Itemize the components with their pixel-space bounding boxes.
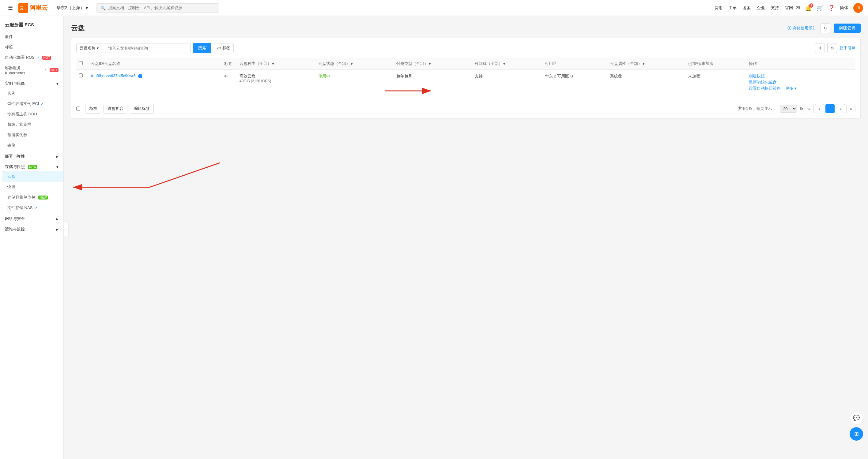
menu-button[interactable]: ☰ xyxy=(5,2,16,13)
section-deploy-label: 部署与弹性 xyxy=(5,154,25,159)
page-first-btn[interactable]: « xyxy=(805,104,814,113)
bulk-action-buttons: 释放 磁盘扩容 编辑标签 xyxy=(76,104,154,113)
nav-support[interactable]: 支持 xyxy=(771,5,779,11)
sidebar-item-k8s[interactable]: 容器服务 Kubernetes ↗ HOT xyxy=(0,63,63,78)
section-storage-label: 存储与快照 NEW xyxy=(5,164,37,169)
col-header-attr: 云盘属性（全部） ▾ xyxy=(608,58,686,70)
sidebar-item-tag[interactable]: 标签 xyxy=(0,42,63,52)
page-prev-btn[interactable]: ‹ xyxy=(815,104,824,113)
sidebar-item-event[interactable]: 事件 xyxy=(0,32,63,42)
sidebar-item-ros[interactable]: 自动化部署 ROS ↗ HOT xyxy=(0,52,63,63)
disk-name-search-input[interactable] xyxy=(105,43,190,53)
op-more-arrow: ▾ xyxy=(795,86,797,91)
sidebar-section-ops[interactable]: 运维与监控 ▸ xyxy=(0,223,63,234)
col-header-detach: 可卸载（全部） ▾ xyxy=(472,58,542,70)
bulk-expand-btn[interactable]: 磁盘扩容 xyxy=(103,104,127,113)
section-network-arrow: ▸ xyxy=(56,217,59,221)
sidebar-item-images[interactable]: 镜像 xyxy=(2,140,63,151)
filter-row: 云盘名称 ▾ 搜索 🏷 标签 ⬇ ⚙ 新手引导 xyxy=(76,43,856,53)
sidebar-section-deploy[interactable]: 部署与弹性 ▸ xyxy=(0,151,63,161)
section-instances-label: 实例与镜像 xyxy=(5,81,25,86)
sidebar-section-network[interactable]: 网络与安全 ▸ xyxy=(0,213,63,223)
sidebar-item-ddh[interactable]: 专有宿主机 DDH xyxy=(2,109,63,119)
sidebar-section-instances[interactable]: 实例与镜像 ▾ xyxy=(0,78,63,88)
bottom-select-checkbox[interactable] xyxy=(76,104,80,113)
select-all-checkbox[interactable] xyxy=(79,61,83,65)
disk-name-dropdown[interactable]: 云盘名称 ▾ xyxy=(76,43,102,53)
nav-enterprise[interactable]: 企业 xyxy=(757,5,765,11)
col-type-arrow[interactable]: ▾ xyxy=(272,62,274,66)
cart-icon[interactable]: 🛒 xyxy=(816,5,823,11)
row-tag-icon[interactable]: 🏷 xyxy=(224,73,228,78)
sidebar-item-reserved[interactable]: 预留实例券 xyxy=(2,130,63,140)
region-dropdown-icon: ▾ xyxy=(86,5,88,10)
language-label[interactable]: 简体 xyxy=(840,5,848,11)
col-detach-arrow[interactable]: ▾ xyxy=(503,62,505,66)
help-icon[interactable]: ❓ xyxy=(828,5,835,11)
per-page-select[interactable]: 20 50 100 xyxy=(780,105,797,112)
section-ops-label: 运维与监控 xyxy=(5,226,25,232)
avatar[interactable]: 用 xyxy=(853,3,863,13)
op-auto-snapshot[interactable]: 设置自动快照策略 xyxy=(749,86,781,91)
refresh-icon: ↻ xyxy=(824,26,827,31)
main-content: 云盘 ⓘ 存储使用须知 ↻ 创建云盘 云盘名称 ▾ xyxy=(64,16,868,459)
filter-right: ⬇ ⚙ 新手引导 xyxy=(815,43,856,53)
logo[interactable]: 云 阿里云 xyxy=(19,3,48,13)
sidebar-collapse-toggle[interactable]: ‹ xyxy=(64,222,69,237)
col-header-status: 云盘状态（全部） ▾ xyxy=(316,58,394,70)
guide-link[interactable]: 新手引导 xyxy=(839,45,856,51)
export-button[interactable]: ⬇ xyxy=(815,43,825,53)
circle-info-icon: ⓘ xyxy=(787,25,792,31)
search-button[interactable]: 搜索 xyxy=(193,43,211,53)
col-id-label: 云盘ID/云盘名称 xyxy=(91,61,120,66)
storage-notice-link[interactable]: ⓘ 存储使用须知 xyxy=(787,25,816,31)
col-status-label: 云盘状态（全部） xyxy=(318,61,350,66)
page-next-btn[interactable]: › xyxy=(836,104,845,113)
disk-attr: 系统盘 xyxy=(610,74,622,78)
region-selector[interactable]: 华东2（上海） ▾ xyxy=(54,4,90,12)
col-attr-arrow[interactable]: ▾ xyxy=(643,62,645,66)
op-reinitialize[interactable]: 重新初始化磁盘 xyxy=(749,79,853,85)
sidebar-item-snapshot[interactable]: 快照 xyxy=(2,182,63,192)
op-more[interactable]: 更多 ▾ xyxy=(785,86,797,91)
nav-official[interactable]: 官网 xyxy=(785,5,793,11)
sidebar-item-disk[interactable]: 云盘 xyxy=(2,171,63,182)
refresh-button[interactable]: ↻ xyxy=(820,23,830,33)
row-checkbox[interactable] xyxy=(79,73,83,77)
apps-float-button[interactable]: ⊞ xyxy=(849,427,863,440)
mail-icon[interactable]: ✉ xyxy=(796,5,800,11)
create-disk-button[interactable]: 创建云盘 xyxy=(834,24,861,33)
tag-filter-button[interactable]: 🏷 标签 xyxy=(214,43,234,53)
guide-text: 新手引导 xyxy=(839,45,856,51)
bulk-release-btn[interactable]: 释放 xyxy=(85,104,101,113)
page-current-btn[interactable]: 1 xyxy=(826,104,835,113)
tag-label: 标签 xyxy=(222,45,230,51)
search-input[interactable] xyxy=(108,5,215,10)
sidebar-item-eci[interactable]: 弹性容器实例 ECI ↗ xyxy=(2,99,63,109)
bulk-tag-btn[interactable]: 编辑标签 xyxy=(130,104,154,113)
apps-icon: ⊞ xyxy=(854,430,859,437)
nav-ticket[interactable]: 工单 xyxy=(728,5,737,11)
col-status-arrow[interactable]: ▾ xyxy=(351,62,353,66)
notification-icon[interactable]: 🔔 1 xyxy=(805,5,812,11)
nav-filing[interactable]: 备案 xyxy=(743,5,751,11)
disk-id-link[interactable]: d-uf6hdgrw637ht5c9swr6 xyxy=(91,73,136,78)
settings-button[interactable]: ⚙ xyxy=(827,43,837,53)
per-page-unit: 条 xyxy=(799,106,803,111)
sidebar-item-instances[interactable]: 实例 xyxy=(2,88,63,99)
sidebar-item-nas[interactable]: 文件存储 NAS ↗ xyxy=(2,203,63,213)
chat-float-button[interactable]: 💬 xyxy=(849,411,863,425)
sidebar-item-storage-pkg[interactable]: 存储容量单位包 NEW xyxy=(2,192,63,203)
sidebar-item-hpc[interactable]: 超级计算集群 xyxy=(2,119,63,130)
disk-info-icon[interactable]: i xyxy=(138,74,143,78)
sidebar-section-storage[interactable]: 存储与快照 NEW ▾ xyxy=(0,161,63,171)
main-panel: 云盘名称 ▾ 搜索 🏷 标签 ⬇ ⚙ 新手引导 xyxy=(71,38,861,119)
col-billing-arrow[interactable]: ▾ xyxy=(429,62,431,66)
page-last-btn[interactable]: » xyxy=(846,104,856,113)
nav-fee[interactable]: 费用 xyxy=(715,5,722,11)
disk-size: 40GiB (2120 IOPS) xyxy=(240,79,313,83)
col-header-zone: 可用区 xyxy=(542,58,608,70)
logo-text: 阿里云 xyxy=(29,4,48,12)
page-title: 云盘 xyxy=(71,24,85,33)
op-create-snapshot[interactable]: 创建快照 xyxy=(749,73,853,79)
